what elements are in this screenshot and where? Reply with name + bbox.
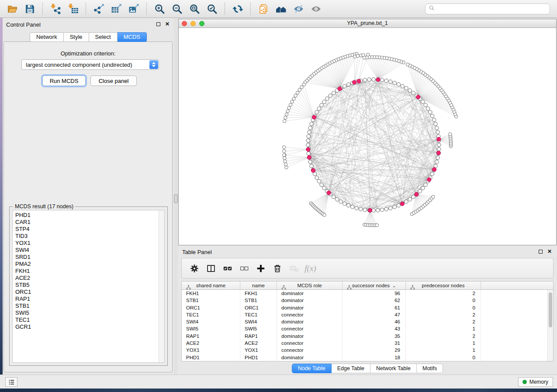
cell-predecessor-nodes[interactable]: 1 <box>406 340 481 347</box>
tab-motifs[interactable]: Motifs <box>417 364 443 373</box>
mcds-result-item[interactable]: PHD1 <box>15 212 164 219</box>
mcds-result-item[interactable]: STB1 <box>15 303 164 309</box>
tab-network-table[interactable]: Network Table <box>370 364 417 373</box>
zoom-in-icon[interactable] <box>152 2 167 15</box>
tab-edge-table[interactable]: Edge Table <box>332 364 370 373</box>
cell-successor-nodes[interactable]: 61 <box>343 304 406 311</box>
mcds-result-item[interactable]: YOX1 <box>15 240 164 247</box>
criterion-select[interactable]: largest connected component (undirected) <box>21 59 159 70</box>
cell-predecessor-nodes[interactable]: 2 <box>406 333 481 340</box>
cell-shared-name[interactable]: ORC1 <box>182 304 240 311</box>
close-table-panel-icon[interactable] <box>547 249 552 254</box>
table-row[interactable]: ORC1ORC1dominator610 <box>182 304 553 311</box>
table-scrollbar-thumb[interactable] <box>549 292 552 327</box>
columns-icon[interactable] <box>204 262 217 275</box>
mcds-result-item[interactable]: RAP1 <box>15 296 164 303</box>
cell-name[interactable]: ACE2 <box>240 340 277 347</box>
mcds-result-item[interactable]: ORC1 <box>15 289 164 296</box>
table-row[interactable]: PHD1PHD1dominator180 <box>182 354 553 361</box>
network-window-titlebar[interactable]: YPA_prune.txt_1 <box>179 19 556 28</box>
cell-MCDS-role[interactable]: dominator <box>277 297 343 304</box>
cell-successor-nodes[interactable]: 35 <box>343 333 406 340</box>
table-row[interactable]: YOX1YOX1connector291 <box>182 347 553 354</box>
column-header-name[interactable]: name <box>240 282 277 289</box>
sort-chevron-icon[interactable] <box>392 283 396 288</box>
cell-predecessor-nodes[interactable]: 2 <box>406 318 481 325</box>
tab-select[interactable]: Select <box>89 32 118 42</box>
cell-predecessor-nodes[interactable]: 1 <box>406 325 481 332</box>
cell-name[interactable]: FKH1 <box>240 290 277 297</box>
cell-successor-nodes[interactable]: 62 <box>343 297 406 304</box>
cell-successor-nodes[interactable]: 43 <box>343 325 406 332</box>
memory-button[interactable]: Memory <box>518 377 553 387</box>
table-scrollbar[interactable] <box>547 290 553 361</box>
table-row[interactable]: SWI4SWI4dominator462 <box>182 318 553 325</box>
mcds-result-item[interactable]: SWI4 <box>15 247 164 254</box>
mcds-result-scrollbar[interactable] <box>159 210 164 362</box>
import-table-icon[interactable] <box>66 2 80 15</box>
table-row[interactable]: STB1STB1dominator620 <box>182 297 553 304</box>
table-row[interactable]: ACE2ACE2connector311 <box>182 340 553 347</box>
window-zoom-traffic-light[interactable] <box>199 21 204 26</box>
mcds-result-item[interactable]: GCR1 <box>15 323 164 330</box>
table-row[interactable]: FKH1FKH1dominator962 <box>182 290 553 297</box>
search-box[interactable] <box>425 3 550 14</box>
document-share-icon[interactable] <box>256 2 271 15</box>
mcds-result-item[interactable]: SRD1 <box>15 254 164 261</box>
cell-shared-name[interactable]: STB1 <box>182 297 240 304</box>
hide-eye-icon[interactable] <box>291 2 306 15</box>
mcds-result-item[interactable]: TEC1 <box>15 316 164 323</box>
cell-predecessor-nodes[interactable]: 0 <box>406 304 481 311</box>
splitter-grip[interactable] <box>174 194 178 203</box>
close-panel-button[interactable]: Close panel <box>90 76 137 86</box>
cell-MCDS-role[interactable]: dominator <box>277 290 343 297</box>
refresh-icon[interactable] <box>230 2 245 15</box>
table-row[interactable]: SWI5SWI5connector431 <box>182 325 553 332</box>
mcds-result-item[interactable]: SWI5 <box>15 309 164 316</box>
houses-icon[interactable] <box>273 2 288 15</box>
select-all-icon[interactable] <box>221 262 234 275</box>
cell-MCDS-role[interactable]: connector <box>277 325 343 332</box>
cell-shared-name[interactable]: ACE2 <box>182 340 240 347</box>
gear-icon[interactable] <box>188 262 201 275</box>
cell-name[interactable]: SWI4 <box>240 318 277 325</box>
cell-MCDS-role[interactable]: connector <box>277 311 343 318</box>
mcds-result-item[interactable]: PMA2 <box>15 261 164 268</box>
column-header-predecessor-nodes[interactable]: predecessor nodes <box>406 282 481 289</box>
task-history-button[interactable] <box>5 377 17 387</box>
cell-successor-nodes[interactable]: 18 <box>343 354 406 361</box>
mcds-result-item[interactable]: STP4 <box>15 226 164 233</box>
cell-predecessor-nodes[interactable]: 2 <box>406 290 481 297</box>
deselect-all-icon[interactable] <box>238 262 250 275</box>
mcds-result-item[interactable]: STB5 <box>15 282 164 289</box>
tab-network[interactable]: Network <box>30 32 64 42</box>
export-image-icon[interactable] <box>126 2 141 15</box>
cell-MCDS-role[interactable]: dominator <box>277 354 343 361</box>
cell-name[interactable]: SWI5 <box>240 325 277 332</box>
zoom-selected-icon[interactable] <box>204 2 219 15</box>
cell-MCDS-role[interactable]: dominator <box>277 333 343 340</box>
cell-name[interactable]: YOX1 <box>240 347 277 354</box>
window-minimize-traffic-light[interactable] <box>190 21 196 26</box>
panel-splitter[interactable] <box>174 18 178 375</box>
cell-name[interactable]: ORC1 <box>240 304 277 311</box>
tab-style[interactable]: Style <box>64 32 89 42</box>
cell-MCDS-role[interactable]: connector <box>277 340 343 347</box>
column-header-shared-name[interactable]: shared name <box>182 282 240 289</box>
tab-mcds[interactable]: MCDS <box>118 32 147 42</box>
column-header-successor-nodes[interactable]: successor nodes <box>343 282 406 289</box>
cell-successor-nodes[interactable]: 31 <box>343 340 406 347</box>
mcds-result-item[interactable]: FKH1 <box>15 268 164 275</box>
table-row[interactable]: RAP1RAP1dominator352 <box>182 333 553 340</box>
delete-row-icon[interactable] <box>271 262 284 275</box>
export-table-icon[interactable] <box>109 2 124 15</box>
cell-predecessor-nodes[interactable]: 0 <box>406 297 481 304</box>
show-eye-icon[interactable] <box>308 2 323 15</box>
cell-shared-name[interactable]: YOX1 <box>182 347 240 354</box>
cell-shared-name[interactable]: TEC1 <box>182 311 240 318</box>
cell-name[interactable]: PHD1 <box>240 354 277 361</box>
add-row-icon[interactable] <box>254 262 267 275</box>
mcds-result-list[interactable]: PHD1CAR1STP4TID3YOX1SWI4SRD1PMA2FKH1ACE2… <box>12 210 165 363</box>
cell-MCDS-role[interactable]: connector <box>277 347 343 354</box>
mcds-result-item[interactable]: ACE2 <box>15 275 164 282</box>
